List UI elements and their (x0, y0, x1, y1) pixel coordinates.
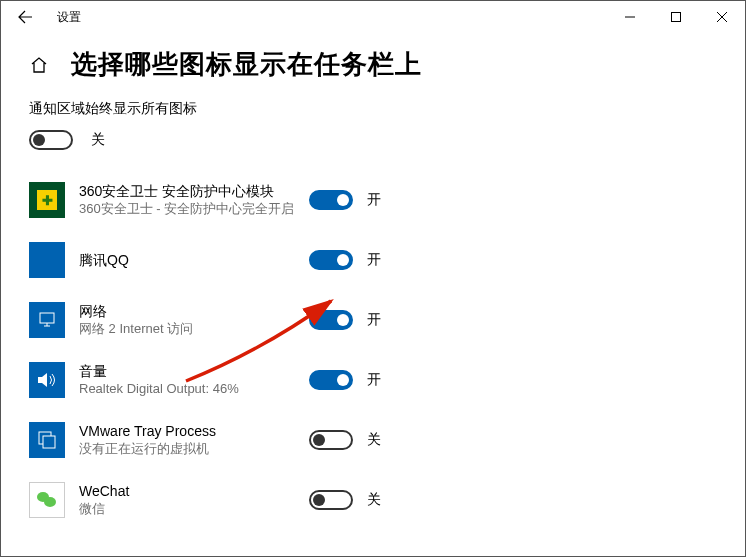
item-text: 音量Realtek Digital Output: 46% (79, 362, 309, 397)
item-subtitle: 微信 (79, 501, 309, 518)
list-item: 腾讯QQ开 (29, 230, 717, 290)
content-area: 通知区域始终显示所有图标 关 ✚360安全卫士 安全防护中心模块360安全卫士 … (1, 100, 745, 530)
item-text: WeChat微信 (79, 482, 309, 517)
close-button[interactable] (699, 1, 745, 33)
item-title: 360安全卫士 安全防护中心模块 (79, 182, 309, 200)
maximize-icon (671, 12, 681, 22)
maximize-button[interactable] (653, 1, 699, 33)
page-title: 选择哪些图标显示在任务栏上 (71, 47, 422, 82)
item-subtitle: 网络 2 Internet 访问 (79, 321, 309, 338)
item-title: 腾讯QQ (79, 251, 309, 269)
back-arrow-icon (17, 9, 33, 25)
master-toggle[interactable] (29, 130, 73, 150)
home-button[interactable] (29, 56, 49, 74)
master-toggle-label: 关 (91, 131, 105, 149)
vmware-icon (37, 430, 57, 450)
wechat-icon (35, 490, 59, 510)
master-toggle-row: 关 (29, 130, 717, 150)
item-subtitle: 360安全卫士 - 安全防护中心完全开启 (79, 201, 309, 218)
item-toggle[interactable] (309, 490, 353, 510)
list-item: VMware Tray Process没有正在运行的虚拟机关 (29, 410, 717, 470)
item-toggle-label: 开 (367, 251, 381, 269)
volume-icon (36, 370, 58, 390)
app-icon-box (29, 362, 65, 398)
item-toggle[interactable] (309, 310, 353, 330)
item-subtitle: Realtek Digital Output: 46% (79, 381, 309, 398)
app-icon-box (29, 422, 65, 458)
item-toggle-label: 开 (367, 311, 381, 329)
list-item: WeChat微信关 (29, 470, 717, 530)
item-text: 腾讯QQ (79, 251, 309, 269)
item-toggle-label: 开 (367, 191, 381, 209)
minimize-button[interactable] (607, 1, 653, 33)
page-header: 选择哪些图标显示在任务栏上 (1, 33, 745, 100)
item-title: WeChat (79, 482, 309, 500)
app-icon-box: ✚ (29, 182, 65, 218)
item-toggle[interactable] (309, 190, 353, 210)
item-toggle[interactable] (309, 430, 353, 450)
app-icon-box (29, 482, 65, 518)
close-icon (717, 12, 727, 22)
list-item: 网络网络 2 Internet 访问开 (29, 290, 717, 350)
item-text: VMware Tray Process没有正在运行的虚拟机 (79, 422, 309, 457)
icon-list: ✚360安全卫士 安全防护中心模块360安全卫士 - 安全防护中心完全开启开腾讯… (29, 170, 717, 530)
section-label: 通知区域始终显示所有图标 (29, 100, 717, 118)
item-text: 网络网络 2 Internet 访问 (79, 302, 309, 337)
app-icon-box (29, 242, 65, 278)
list-item: 音量Realtek Digital Output: 46%开 (29, 350, 717, 410)
item-toggle-label: 开 (367, 371, 381, 389)
item-subtitle: 没有正在运行的虚拟机 (79, 441, 309, 458)
item-title: 音量 (79, 362, 309, 380)
minimize-icon (625, 12, 635, 22)
360-icon: ✚ (37, 190, 57, 210)
list-item: ✚360安全卫士 安全防护中心模块360安全卫士 - 安全防护中心完全开启开 (29, 170, 717, 230)
svg-rect-1 (40, 313, 54, 323)
item-title: 网络 (79, 302, 309, 320)
item-toggle-label: 关 (367, 431, 381, 449)
window-title: 设置 (57, 9, 81, 26)
app-icon-box (29, 302, 65, 338)
item-title: VMware Tray Process (79, 422, 309, 440)
svg-rect-3 (43, 436, 55, 448)
back-button[interactable] (9, 1, 41, 33)
item-toggle[interactable] (309, 370, 353, 390)
network-icon (37, 311, 57, 329)
home-icon (30, 56, 48, 74)
item-text: 360安全卫士 安全防护中心模块360安全卫士 - 安全防护中心完全开启 (79, 182, 309, 217)
item-toggle-label: 关 (367, 491, 381, 509)
qq-icon (29, 242, 65, 278)
svg-rect-0 (672, 13, 681, 22)
item-toggle[interactable] (309, 250, 353, 270)
window-controls (607, 1, 745, 33)
